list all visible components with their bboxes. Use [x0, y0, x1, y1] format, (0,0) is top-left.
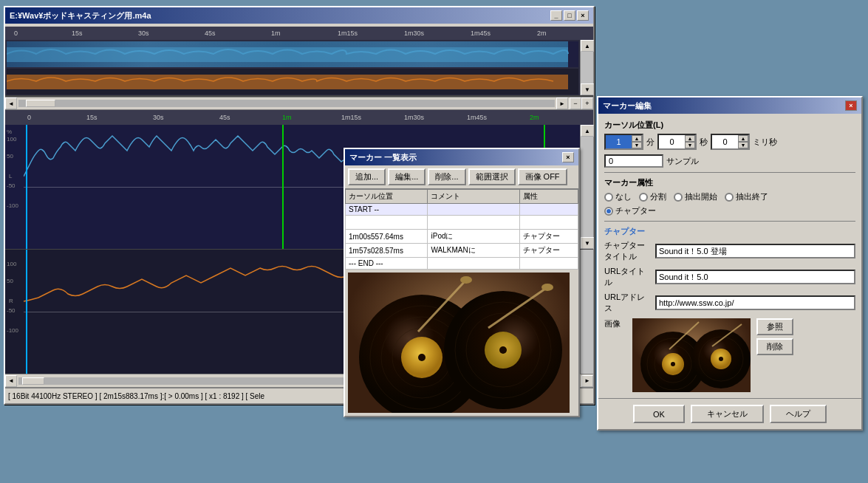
overview-orange-channel — [7, 69, 578, 95]
cursor-position-label: カーソル位置(L) — [604, 120, 855, 131]
table-row[interactable]: 0.00ms Sound it！5.0 登場 チャプター — [346, 216, 578, 230]
url-address-input[interactable] — [655, 295, 855, 310]
ruler-mark-0: 0 — [14, 30, 18, 37]
marker-table-header: カーソル位置 コメント 属性 — [346, 190, 578, 204]
l-scroll-down-btn[interactable]: ▼ — [581, 237, 594, 249]
table-row[interactable]: --- END --- — [346, 258, 578, 270]
main-hscroll-thumb[interactable] — [22, 377, 44, 385]
main-hscroll-left-btn[interactable]: ◄ — [5, 375, 17, 387]
separator-1 — [604, 172, 855, 173]
radio-none-circle — [604, 193, 613, 202]
table-row[interactable]: 1m00s557.64ms iPodに チャプター — [346, 230, 578, 244]
msec-up-arrow[interactable]: ▲ — [738, 135, 748, 142]
db-100-label: % — [7, 129, 12, 135]
browse-button[interactable]: 参照 — [756, 318, 793, 335]
zoom-minus-button[interactable]: − — [570, 97, 581, 109]
ruler-mark-45s: 45s — [205, 30, 216, 37]
url-address-label: URLアドレス — [604, 292, 652, 314]
radio-extract-end[interactable]: 抽出終了 — [725, 191, 768, 202]
row1-attribute: チャプター — [519, 216, 578, 230]
main-ruler-2m: 2m — [530, 114, 539, 121]
status-text: [ 16Bit 44100Hz STEREO ] [ 2m15s883.17ms… — [8, 392, 264, 400]
url-title-input[interactable] — [655, 270, 855, 284]
radio-extract-start-label: 抽出開始 — [685, 191, 717, 202]
svg-point-9 — [418, 354, 426, 361]
marker-image-button[interactable]: 画像 OFF — [518, 168, 567, 185]
col-position-header: カーソル位置 — [346, 190, 428, 204]
row4-comment — [428, 258, 519, 270]
main-ruler-30s: 30s — [153, 114, 164, 121]
radio-chapter-label: チャプター — [615, 205, 656, 216]
marker-list-titlebar-buttons: × — [562, 152, 574, 162]
row2-position: 1m00s557.64ms — [346, 230, 428, 244]
table-row[interactable]: START -- — [346, 204, 578, 216]
row0-comment — [428, 204, 519, 216]
marker-list-close-button[interactable]: × — [562, 152, 574, 162]
radio-none[interactable]: なし — [604, 191, 632, 202]
chapter-section: チャプター チャプタータイトル URLタイトル URLアドレス 画像 — [604, 226, 855, 392]
minutes-input[interactable] — [606, 135, 632, 148]
marker-delete-button[interactable]: 削除... — [428, 168, 465, 185]
seconds-input[interactable] — [659, 135, 685, 148]
help-button[interactable]: ヘルプ — [770, 405, 827, 423]
seconds-up-arrow[interactable]: ▲ — [685, 135, 695, 142]
msec-arrows: ▲ ▼ — [738, 135, 748, 148]
l-scroll-up-btn[interactable]: ▲ — [581, 125, 594, 137]
table-row[interactable]: 1m57s028.57ms WALKMANに チャプター — [346, 244, 578, 258]
radio-group-1: なし 分割 抽出開始 抽出終了 — [604, 191, 855, 202]
titlebar-buttons: _ □ × — [550, 10, 589, 21]
db-neg100-value: -100 — [7, 202, 18, 209]
time-input-row: ▲ ▼ 分 ▲ ▼ 秒 ▲ — [604, 134, 855, 150]
scroll-track — [581, 52, 593, 83]
marker-table-body: START -- 0.00ms Sound it！5.0 登場 チャプター 1m… — [346, 204, 578, 270]
maximize-button[interactable]: □ — [564, 10, 575, 21]
marker-image-area — [348, 273, 570, 413]
radio-split[interactable]: 分割 — [639, 191, 666, 202]
marker-table: カーソル位置 コメント 属性 START -- 0.00ms Sound it！… — [345, 189, 578, 270]
minutes-spin: ▲ ▼ — [604, 134, 643, 150]
dialog-close-button[interactable]: × — [845, 100, 857, 111]
dialog-body: カーソル位置(L) ▲ ▼ 分 ▲ ▼ — [598, 114, 861, 398]
radio-extract-start[interactable]: 抽出開始 — [674, 191, 717, 202]
chapter-title-input[interactable] — [655, 244, 855, 258]
image-label: 画像 — [604, 318, 626, 392]
ok-button[interactable]: OK — [633, 405, 685, 423]
ruler-mark-1m: 1m — [271, 30, 281, 37]
minutes-up-arrow[interactable]: ▲ — [632, 135, 642, 142]
dialog-titlebar: マーカー編集 × — [598, 97, 861, 114]
scroll-down-button[interactable]: ▼ — [581, 83, 594, 95]
chapter-section-label: チャプター — [604, 226, 855, 237]
minutes-down-arrow[interactable]: ▼ — [632, 142, 642, 148]
image-preview — [632, 318, 751, 392]
url-address-row: URLアドレス — [604, 292, 855, 314]
seconds-down-arrow[interactable]: ▼ — [685, 142, 695, 148]
msec-input[interactable] — [712, 135, 738, 148]
r-db-50-label: 50 — [7, 278, 13, 284]
ruler-mark-30s: 30s — [138, 30, 149, 37]
url-title-row: URLタイトル — [604, 266, 855, 288]
minimize-button[interactable]: _ — [550, 10, 562, 21]
radio-chapter[interactable]: チャプター — [604, 205, 656, 216]
hscroll-left-button[interactable]: ◄ — [5, 97, 17, 109]
msec-down-arrow[interactable]: ▼ — [738, 142, 748, 148]
delete-image-button[interactable]: 削除 — [756, 338, 793, 355]
marker-range-button[interactable]: 範囲選択 — [468, 168, 516, 185]
overview-orange-waveform — [7, 69, 578, 95]
main-hscroll-right-btn[interactable]: ► — [581, 375, 593, 387]
marker-edit-button[interactable]: 編集... — [388, 168, 426, 185]
marker-toolbar: 追加... 編集... 削除... 範囲選択 画像 OFF — [345, 165, 578, 189]
cursor-position-section: カーソル位置(L) ▲ ▼ 分 ▲ ▼ — [604, 120, 855, 168]
col-comment-header: コメント — [428, 190, 519, 204]
marker-attribute-section: マーカー属性 なし 分割 抽出開始 抽出終了 — [604, 177, 855, 216]
close-button[interactable]: × — [577, 10, 589, 21]
cancel-button[interactable]: キャンセル — [691, 405, 764, 423]
overview-scrollbar: ▲ ▼ — [580, 40, 593, 95]
row2-comment: iPodに — [428, 230, 519, 244]
hscroll-thumb[interactable] — [26, 100, 55, 107]
radio-extract-end-circle — [725, 193, 734, 202]
scroll-up-button[interactable]: ▲ — [581, 40, 594, 52]
marker-add-button[interactable]: 追加... — [348, 168, 386, 185]
zoom-plus-button[interactable]: + — [581, 97, 593, 109]
hscroll-right-button[interactable]: ► — [556, 97, 568, 109]
row4-position: --- END --- — [346, 258, 428, 270]
